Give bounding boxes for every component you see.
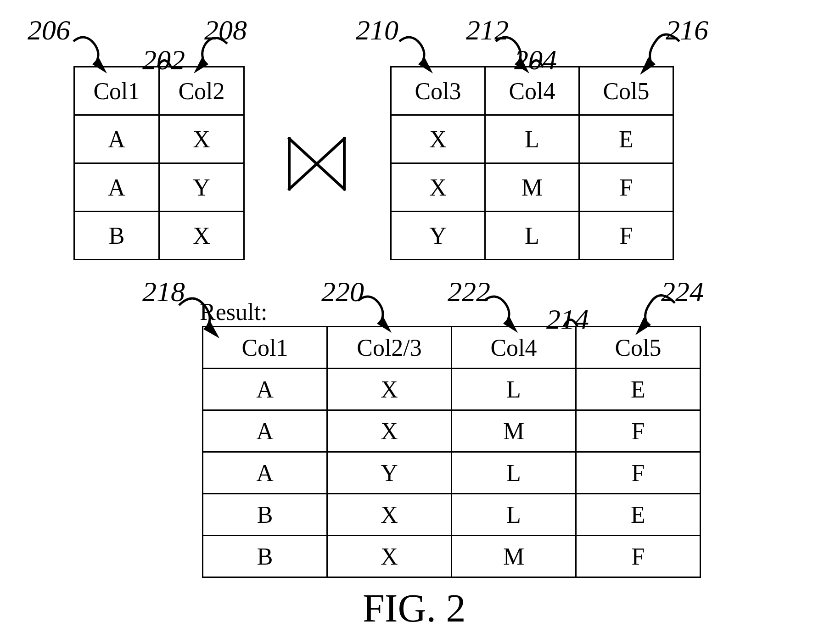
- callout-214: 214: [546, 303, 589, 336]
- callout-216: 216: [666, 14, 708, 46]
- table-cell: A: [203, 410, 327, 452]
- callout-220: 220: [321, 275, 364, 308]
- table-cell: F: [579, 212, 673, 260]
- table-cell: L: [452, 494, 576, 536]
- table-cell: F: [576, 410, 701, 452]
- result-label: Result:: [200, 298, 267, 325]
- result-col5-header: Col5: [576, 327, 701, 369]
- table-result: Col1 Col2/3 Col4 Col5 A X L E A X M F A …: [202, 326, 701, 578]
- table-cell: X: [327, 494, 452, 536]
- table-2: Col3 Col4 Col5 X L E X M F Y L F: [390, 66, 674, 260]
- result-col1-header: Col1: [203, 327, 327, 369]
- table-cell: A: [203, 452, 327, 494]
- table-cell: F: [576, 536, 701, 577]
- table-cell: E: [576, 494, 701, 536]
- table-cell: E: [579, 115, 673, 163]
- table-cell: X: [391, 115, 485, 163]
- table-cell: L: [485, 115, 579, 163]
- callout-208: 208: [204, 14, 247, 46]
- callout-202: 202: [142, 44, 185, 76]
- table-cell: B: [203, 536, 327, 577]
- table-cell: L: [485, 212, 579, 260]
- figure-caption: FIG. 2: [363, 585, 466, 631]
- callout-206: 206: [28, 14, 70, 46]
- table-cell: E: [576, 369, 701, 410]
- diagram-stage: Col1 Col2 A X A Y B X 206 208 202: [0, 0, 813, 644]
- table-cell: X: [327, 369, 452, 410]
- callout-218: 218: [142, 275, 185, 308]
- table-cell: A: [74, 163, 159, 212]
- table-cell: M: [452, 536, 576, 577]
- callout-222: 222: [448, 275, 490, 308]
- table-cell: X: [159, 115, 244, 163]
- table-cell: B: [74, 212, 159, 260]
- table-cell: X: [327, 536, 452, 577]
- callout-204: 204: [514, 44, 557, 76]
- table2-col5-header: Col5: [579, 67, 673, 115]
- table-cell: X: [391, 163, 485, 212]
- callout-210: 210: [356, 14, 398, 46]
- table-1: Col1 Col2 A X A Y B X: [73, 66, 245, 260]
- join-icon: [285, 134, 349, 194]
- table-cell: X: [159, 212, 244, 260]
- table-cell: X: [327, 410, 452, 452]
- table-cell: F: [579, 163, 673, 212]
- table2-col3-header: Col3: [391, 67, 485, 115]
- table-cell: M: [485, 163, 579, 212]
- table-cell: L: [452, 369, 576, 410]
- table-cell: L: [452, 452, 576, 494]
- table-cell: F: [576, 452, 701, 494]
- table-cell: Y: [327, 452, 452, 494]
- table-cell: Y: [159, 163, 244, 212]
- table-cell: A: [74, 115, 159, 163]
- table-cell: A: [203, 369, 327, 410]
- callout-224: 224: [661, 275, 704, 308]
- table-cell: Y: [391, 212, 485, 260]
- table-cell: B: [203, 494, 327, 536]
- callout-212: 212: [466, 14, 509, 46]
- result-col23-header: Col2/3: [327, 327, 452, 369]
- table-cell: M: [452, 410, 576, 452]
